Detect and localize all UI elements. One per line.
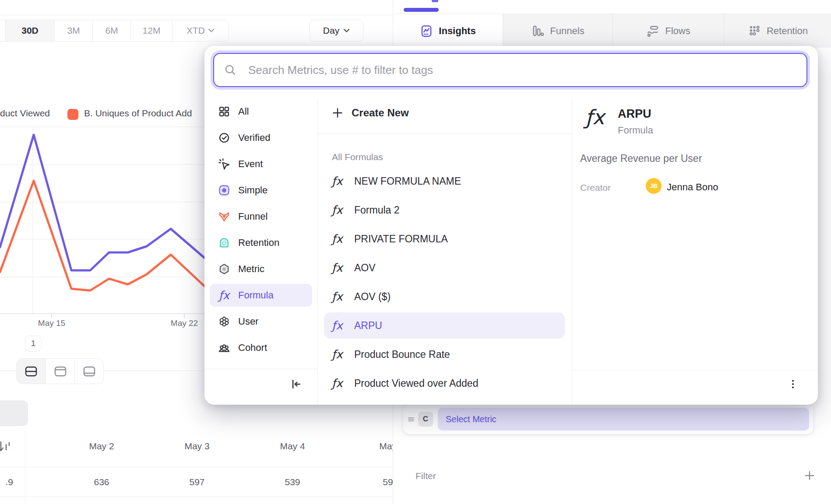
list-section-label: All Formulas xyxy=(332,152,383,162)
sidebar-item-retention[interactable]: Retention xyxy=(204,230,317,256)
table-cell: 636 xyxy=(62,477,141,487)
layout-split-button[interactable] xyxy=(17,359,46,384)
table-cell: 539 xyxy=(253,477,332,487)
sidebar-item-cohort[interactable]: Cohort xyxy=(204,335,317,361)
formula-fx-icon: ƒx xyxy=(332,377,347,390)
tab-insights[interactable]: Insights xyxy=(393,14,503,48)
formula-item-label: Product Bounce Rate xyxy=(354,349,450,360)
granularity-dropdown[interactable]: Day xyxy=(310,20,363,42)
creator-name: Jenna Bono xyxy=(667,182,718,193)
retention-dots-icon xyxy=(748,24,761,38)
metric-row-card: C Select Metric xyxy=(403,404,813,434)
formula-fx-icon: ƒx xyxy=(218,289,231,302)
formula-item[interactable]: ƒxPRIVATE FORMULA xyxy=(318,224,572,253)
range-xtd-button[interactable]: XTD xyxy=(172,20,229,41)
tab-label: Insights xyxy=(439,25,475,37)
legend-series-b-swatch xyxy=(67,109,78,120)
formula-fx-icon: ƒx xyxy=(332,290,347,303)
detail-footer-divider xyxy=(572,370,818,370)
sidebar-item-metric[interactable]: Metric xyxy=(204,256,317,282)
sidebar-item-simple[interactable]: Simple xyxy=(204,177,317,203)
range-3m-button[interactable]: 3M xyxy=(54,20,92,41)
tab-retention[interactable]: Retention xyxy=(724,14,831,48)
formula-item[interactable]: ƒxProduct Bounce Rate xyxy=(318,340,572,369)
range-partial-button[interactable] xyxy=(0,20,5,41)
table-tab-chip[interactable] xyxy=(0,400,28,426)
formula-fx-icon: ƒx xyxy=(332,319,347,332)
select-metric-button[interactable]: Select Metric xyxy=(438,408,809,430)
collapse-sidebar-icon[interactable] xyxy=(289,378,303,391)
detail-type: Formula xyxy=(618,125,653,136)
sidebar-item-user[interactable]: User xyxy=(204,308,317,335)
layout-top-button[interactable] xyxy=(46,359,74,384)
simple-icon xyxy=(218,184,231,197)
cohort-people-icon xyxy=(218,341,231,354)
formula-item[interactable]: ƒxAOV xyxy=(318,253,572,282)
sidebar-item-all[interactable]: All xyxy=(204,98,317,125)
metric-picker-modal: All Verified Event xyxy=(204,46,818,405)
legend-series-a-label: duct Viewed xyxy=(0,108,50,119)
funnel-icon xyxy=(218,210,231,223)
table-header: May 2 xyxy=(62,441,141,452)
funnels-bars-icon xyxy=(531,24,544,38)
search-bar xyxy=(213,53,807,87)
verified-badge-icon xyxy=(218,131,231,144)
grid-icon xyxy=(218,105,231,118)
drag-handle-icon[interactable] xyxy=(408,416,415,423)
sidebar-item-formula[interactable]: ƒx Formula xyxy=(210,284,312,307)
layout-bottom-button[interactable] xyxy=(74,359,103,384)
sidebar-item-label: Cohort xyxy=(238,342,267,354)
sidebar-item-event[interactable]: Event xyxy=(204,151,317,177)
chevron-down-icon xyxy=(343,28,350,33)
search-input[interactable] xyxy=(248,63,798,77)
range-xtd-label: XTD xyxy=(187,25,205,36)
create-new-button[interactable]: Create New xyxy=(318,98,572,127)
formula-fx-icon: ƒx xyxy=(332,175,347,188)
table-header-divider xyxy=(0,467,393,467)
sidebar-item-label: User xyxy=(238,316,258,327)
formula-item[interactable]: ƒxAOV ($) xyxy=(318,282,572,311)
search-icon xyxy=(224,63,237,77)
sidebar-footer-divider xyxy=(204,369,317,369)
table-column-divider xyxy=(25,431,25,504)
split-rows-icon xyxy=(25,366,37,377)
sidebar-item-label: Retention xyxy=(238,237,279,248)
formula-fx-icon: ƒx xyxy=(332,203,347,217)
date-range-control: 30D 3M 6M 12M XTD xyxy=(0,20,229,42)
sort-icon[interactable] xyxy=(0,438,14,456)
range-12m-button[interactable]: 12M xyxy=(130,20,172,41)
formula-item[interactable]: ƒxNEW FORMULA NAME xyxy=(318,167,572,196)
sidebar-item-label: Verified xyxy=(238,132,270,144)
formula-list: ƒxNEW FORMULA NAME ƒxFormula 2 ƒxPRIVATE… xyxy=(318,167,572,398)
top-divider xyxy=(0,15,393,15)
formula-item-label: Formula 2 xyxy=(354,204,400,216)
pagination-page-button[interactable]: 1 xyxy=(25,336,42,351)
formula-item[interactable]: ƒxFormula 2 xyxy=(318,196,572,224)
formula-fx-icon: ƒx xyxy=(332,261,347,274)
sidebar-item-verified[interactable]: Verified xyxy=(204,125,317,151)
tab-flows[interactable]: Flows xyxy=(613,14,724,48)
more-options-icon[interactable] xyxy=(787,378,799,390)
formula-item-label: ARPU xyxy=(354,320,382,332)
metric-position-badge[interactable]: C xyxy=(418,412,433,427)
formula-item[interactable]: ƒxProduct Viewed over Added xyxy=(318,369,572,398)
flows-wave-icon xyxy=(646,24,659,38)
sidebar-item-label: Funnel xyxy=(238,211,268,222)
add-filter-button[interactable] xyxy=(804,470,815,481)
sidebar-item-label: Event xyxy=(238,158,263,170)
category-sidebar: All Verified Event xyxy=(204,98,318,405)
range-6m-button[interactable]: 6M xyxy=(92,20,130,41)
event-cursor-icon xyxy=(218,158,231,171)
top-panel-icon xyxy=(54,366,67,377)
sidebar-item-label: Metric xyxy=(238,263,264,275)
layout-switcher xyxy=(16,358,104,384)
tab-label: Flows xyxy=(665,25,690,37)
sidebar-item-label: Formula xyxy=(238,290,274,301)
range-30d-button[interactable]: 30D xyxy=(5,20,54,41)
formula-fx-icon: ƒx xyxy=(585,105,604,129)
list-divider xyxy=(318,133,572,134)
formula-item-selected[interactable]: ƒxARPU xyxy=(324,312,565,339)
table-header: May 4 xyxy=(253,441,332,452)
sidebar-item-funnel[interactable]: Funnel xyxy=(204,203,317,230)
tab-funnels[interactable]: Funnels xyxy=(503,14,613,48)
